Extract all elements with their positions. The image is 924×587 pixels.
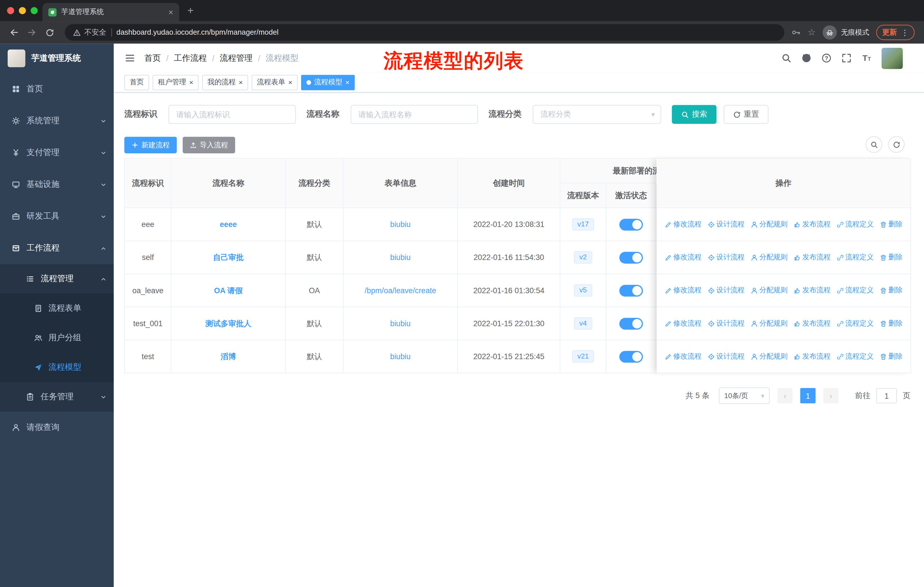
action-delete[interactable]: 删除 <box>879 219 903 229</box>
fullscreen-icon[interactable] <box>842 53 851 63</box>
action-modify[interactable]: 修改流程 <box>665 219 702 229</box>
help-icon[interactable] <box>822 53 832 63</box>
sidebar-item-payment[interactable]: 支付管理 <box>0 137 114 169</box>
sidebar-item-infrastructure[interactable]: 基础设施 <box>0 169 114 200</box>
action-modify[interactable]: 修改流程 <box>665 351 702 361</box>
cell-form-link[interactable]: biubiu <box>343 340 458 373</box>
active-toggle[interactable] <box>619 284 643 296</box>
browser-menu-icon[interactable]: ⋮ <box>901 28 909 37</box>
breadcrumb-process-management[interactable]: 流程管理 <box>220 53 252 63</box>
cell-process-name-link[interactable]: eeee <box>172 208 286 241</box>
sidebar-item-process-management[interactable]: 流程管理 <box>0 264 114 294</box>
breadcrumb-home[interactable]: 首页 <box>144 53 161 63</box>
import-process-button[interactable]: 导入流程 <box>183 137 235 153</box>
action-modify[interactable]: 修改流程 <box>665 318 702 329</box>
cell-form-link[interactable]: /bpm/oa/leave/create <box>343 274 458 307</box>
tag-close-icon[interactable]: × <box>189 78 193 86</box>
action-modify[interactable]: 修改流程 <box>665 286 702 296</box>
show-search-button[interactable] <box>866 136 882 153</box>
search-button[interactable]: 搜索 <box>672 105 716 124</box>
active-toggle[interactable] <box>619 317 643 329</box>
sidebar-item-user-group[interactable]: 用户分组 <box>0 323 114 352</box>
action-assign-rule[interactable]: 分配规则 <box>751 286 788 296</box>
action-definition[interactable]: 流程定义 <box>837 253 874 263</box>
sidebar-item-system[interactable]: 系统管理 <box>0 105 114 137</box>
process-name-input[interactable] <box>351 105 478 124</box>
github-icon[interactable] <box>802 53 812 63</box>
create-process-button[interactable]: 新建流程 <box>124 137 177 153</box>
sidebar-toggle-button[interactable] <box>121 49 139 67</box>
browser-tab[interactable]: 芋道管理系统 × <box>42 3 179 21</box>
font-size-icon[interactable] <box>861 53 871 63</box>
action-publish[interactable]: 发布流程 <box>794 286 831 296</box>
action-definition[interactable]: 流程定义 <box>837 286 874 296</box>
new-tab-button[interactable]: + <box>187 5 194 17</box>
user-avatar[interactable] <box>882 48 903 69</box>
forward-button[interactable] <box>23 24 40 41</box>
active-toggle[interactable] <box>619 351 643 362</box>
address-bar[interactable]: 不安全 dashboard.yudao.iocoder.cn/bpm/manag… <box>65 24 784 41</box>
action-design[interactable]: 设计流程 <box>708 286 745 296</box>
sidebar-item-process-form[interactable]: 流程表单 <box>0 294 114 323</box>
cell-process-name-link[interactable]: 滔博 <box>172 340 286 373</box>
sidebar-item-process-model[interactable]: 流程模型 <box>0 352 114 382</box>
key-icon[interactable] <box>791 28 800 37</box>
tag-close-icon[interactable]: × <box>239 78 243 86</box>
action-delete[interactable]: 删除 <box>879 318 903 329</box>
action-delete[interactable]: 删除 <box>879 286 903 296</box>
browser-update-button[interactable]: 更新 ⋮ <box>876 25 914 40</box>
version-tag[interactable]: v2 <box>574 251 592 263</box>
window-minimize-button[interactable] <box>19 7 26 14</box>
sidebar-item-leave-query[interactable]: 请假查询 <box>0 412 114 443</box>
active-toggle[interactable] <box>619 251 643 263</box>
window-zoom-button[interactable] <box>31 7 38 14</box>
process-id-input[interactable] <box>168 105 295 124</box>
action-definition[interactable]: 流程定义 <box>837 318 874 329</box>
tag-tenant-management[interactable]: 租户管理 × <box>153 74 199 90</box>
window-close-button[interactable] <box>7 7 14 14</box>
action-publish[interactable]: 发布流程 <box>794 253 831 263</box>
sidebar-item-home[interactable]: 首页 <box>0 73 114 105</box>
back-button[interactable] <box>6 24 23 41</box>
action-publish[interactable]: 发布流程 <box>794 351 831 361</box>
reload-button[interactable] <box>41 24 58 41</box>
tab-close-icon[interactable]: × <box>168 7 173 17</box>
tag-close-icon[interactable]: × <box>345 78 350 86</box>
bookmark-star-icon[interactable]: ☆ <box>808 27 816 38</box>
sidebar-item-devtools[interactable]: 研发工具 <box>0 201 114 232</box>
action-design[interactable]: 设计流程 <box>708 253 745 263</box>
cell-process-name-link[interactable]: 自己审批 <box>172 241 286 274</box>
process-category-select[interactable]: 流程分类 ▾ <box>533 105 662 124</box>
version-tag[interactable]: v17 <box>572 218 594 230</box>
tag-home[interactable]: 首页 <box>124 74 149 90</box>
page-number-current[interactable]: 1 <box>800 388 815 403</box>
next-page-button[interactable]: › <box>823 388 838 403</box>
action-assign-rule[interactable]: 分配规则 <box>751 219 788 229</box>
tag-close-icon[interactable]: × <box>288 78 292 86</box>
active-toggle[interactable] <box>619 218 643 230</box>
goto-page-input[interactable] <box>876 388 897 403</box>
version-tag[interactable]: v5 <box>574 284 592 296</box>
security-indicator[interactable]: 不安全 <box>73 28 106 38</box>
action-modify[interactable]: 修改流程 <box>665 253 702 263</box>
breadcrumb-workflow[interactable]: 工作流程 <box>174 53 207 63</box>
tag-process-form[interactable]: 流程表单 × <box>252 74 298 90</box>
cell-form-link[interactable]: biubiu <box>343 208 458 241</box>
sidebar-item-workflow[interactable]: 工作流程 <box>0 232 114 264</box>
tag-process-model[interactable]: 流程模型 × <box>301 74 355 90</box>
search-icon[interactable] <box>781 53 791 63</box>
action-assign-rule[interactable]: 分配规则 <box>751 351 788 361</box>
action-delete[interactable]: 删除 <box>879 253 903 263</box>
prev-page-button[interactable]: ‹ <box>777 388 792 403</box>
action-assign-rule[interactable]: 分配规则 <box>751 318 788 329</box>
action-definition[interactable]: 流程定义 <box>837 219 874 229</box>
cell-process-name-link[interactable]: OA 请假 <box>172 274 286 307</box>
cell-form-link[interactable]: biubiu <box>343 241 458 274</box>
refresh-table-button[interactable] <box>888 136 905 153</box>
cell-form-link[interactable]: biubiu <box>343 307 458 340</box>
action-publish[interactable]: 发布流程 <box>794 219 831 229</box>
action-design[interactable]: 设计流程 <box>708 318 745 329</box>
action-design[interactable]: 设计流程 <box>708 219 745 229</box>
sidebar-item-task-management[interactable]: 任务管理 <box>0 382 114 412</box>
action-assign-rule[interactable]: 分配规则 <box>751 253 788 263</box>
